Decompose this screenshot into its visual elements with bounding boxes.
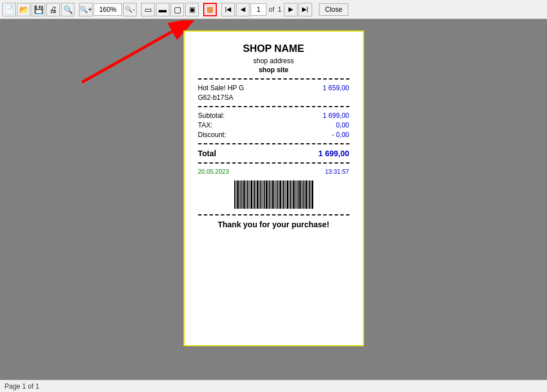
item-row-1: Hot Sale! HP G 1 659,00 bbox=[198, 84, 349, 92]
subtotal-value: 1 699,00 bbox=[323, 112, 349, 120]
svg-rect-21 bbox=[263, 180, 264, 209]
svg-rect-18 bbox=[259, 180, 260, 209]
prev-page-icon: ◀ bbox=[240, 6, 245, 13]
svg-rect-26 bbox=[271, 180, 272, 209]
shop-address: shop address bbox=[198, 57, 349, 65]
svg-rect-39 bbox=[290, 180, 291, 209]
receipt-page: SHOP NAME shop address shop site Hot Sal… bbox=[183, 30, 364, 346]
svg-rect-5 bbox=[239, 180, 240, 209]
shop-name: SHOP NAME bbox=[198, 43, 349, 55]
svg-rect-16 bbox=[256, 180, 256, 209]
svg-rect-49 bbox=[305, 180, 307, 209]
zoom-in-button[interactable]: 🔍+ bbox=[79, 3, 93, 16]
zoom-out-button[interactable]: 🔍- bbox=[123, 3, 137, 16]
item-1-label: Hot Sale! HP G bbox=[198, 84, 244, 92]
total-row: Total 1 699,00 bbox=[198, 149, 349, 158]
page-info-label: Page 1 of 1 bbox=[5, 382, 39, 390]
open-button[interactable]: 📂 bbox=[17, 3, 30, 16]
svg-rect-50 bbox=[308, 180, 308, 209]
svg-rect-22 bbox=[264, 180, 265, 209]
barcode-image bbox=[234, 180, 313, 209]
divider-3 bbox=[198, 143, 349, 144]
svg-rect-27 bbox=[272, 180, 274, 209]
svg-rect-28 bbox=[274, 180, 275, 209]
svg-line-1 bbox=[82, 32, 172, 82]
divider-5 bbox=[198, 214, 349, 215]
item-1-subname: G62-b17SA bbox=[198, 94, 349, 102]
receipt-time: 13:31:57 bbox=[325, 168, 349, 175]
svg-rect-34 bbox=[283, 180, 284, 209]
svg-rect-2 bbox=[234, 180, 235, 209]
subtotal-row: Subtotal: 1 699,00 bbox=[198, 112, 349, 120]
discount-label: Discount: bbox=[198, 131, 226, 139]
highlight-button[interactable]: ▦ bbox=[203, 3, 217, 16]
svg-rect-44 bbox=[297, 180, 299, 209]
svg-rect-8 bbox=[243, 180, 245, 209]
tax-row: TAX: 0,00 bbox=[198, 121, 349, 129]
zoom-group: 🔍+ 160% 🔍- bbox=[79, 3, 137, 16]
close-button[interactable]: Close bbox=[319, 3, 349, 16]
fit-width-icon: ▬ bbox=[159, 5, 167, 14]
svg-rect-23 bbox=[266, 180, 268, 209]
svg-rect-19 bbox=[260, 180, 261, 209]
page-of-label: of bbox=[268, 6, 275, 14]
fit-page-button[interactable]: ▭ bbox=[141, 3, 155, 16]
find-icon: 🔍 bbox=[63, 5, 73, 14]
save-icon: 💾 bbox=[34, 5, 43, 14]
svg-rect-48 bbox=[304, 180, 305, 209]
svg-rect-13 bbox=[251, 180, 252, 209]
save-button[interactable]: 💾 bbox=[32, 3, 45, 16]
barcode-area bbox=[198, 180, 349, 209]
first-page-icon: |◀ bbox=[225, 6, 231, 13]
thank-you-text: Thank you for your purchase! bbox=[198, 220, 349, 229]
svg-rect-10 bbox=[247, 180, 248, 209]
single-page-icon: ▢ bbox=[174, 5, 181, 14]
svg-rect-35 bbox=[285, 180, 285, 209]
receipt-wrapper: SHOP NAME shop address shop site Hot Sal… bbox=[183, 30, 364, 346]
two-page-icon: ▣ bbox=[189, 6, 195, 14]
first-page-button[interactable]: |◀ bbox=[221, 3, 235, 16]
svg-rect-15 bbox=[254, 180, 255, 209]
svg-rect-29 bbox=[275, 180, 276, 209]
svg-rect-32 bbox=[279, 180, 281, 209]
last-page-icon: ▶| bbox=[302, 6, 308, 13]
prev-page-button[interactable]: ◀ bbox=[236, 3, 250, 16]
svg-rect-45 bbox=[299, 180, 301, 209]
svg-rect-11 bbox=[248, 180, 249, 209]
date-time-row: 20.05.2023 13:31:57 bbox=[198, 168, 349, 175]
print-button[interactable]: 🖨 bbox=[46, 3, 60, 16]
annotation-arrow bbox=[65, 20, 195, 94]
subtotal-label: Subtotal: bbox=[198, 112, 225, 120]
toolbar: 📄 📂 💾 🖨 🔍 🔍+ 160% 🔍- ▭ ▬ ▢ ▣ bbox=[0, 0, 547, 19]
shop-site: shop site bbox=[198, 66, 349, 74]
total-label: Total bbox=[198, 149, 216, 158]
page-number-input[interactable]: 1 bbox=[251, 3, 266, 16]
svg-rect-7 bbox=[242, 180, 243, 209]
fit-width-button[interactable]: ▬ bbox=[156, 3, 169, 16]
svg-rect-14 bbox=[253, 180, 253, 209]
divider-4 bbox=[198, 162, 349, 164]
svg-rect-20 bbox=[262, 180, 262, 209]
svg-rect-47 bbox=[303, 180, 304, 209]
svg-rect-9 bbox=[246, 180, 246, 209]
find-button[interactable]: 🔍 bbox=[61, 3, 75, 16]
svg-rect-52 bbox=[310, 180, 311, 209]
next-page-button[interactable]: ▶ bbox=[284, 3, 297, 16]
svg-rect-41 bbox=[293, 180, 295, 209]
zoom-out-icon: 🔍- bbox=[125, 6, 135, 13]
two-page-button[interactable]: ▣ bbox=[185, 3, 199, 16]
new-button[interactable]: 📄 bbox=[2, 3, 16, 16]
single-page-button[interactable]: ▢ bbox=[170, 3, 184, 16]
next-page-icon: ▶ bbox=[288, 6, 293, 13]
zoom-input[interactable]: 160% bbox=[94, 3, 122, 16]
svg-rect-36 bbox=[286, 180, 286, 209]
svg-rect-46 bbox=[301, 180, 302, 209]
svg-rect-30 bbox=[277, 180, 278, 209]
svg-rect-38 bbox=[289, 180, 290, 209]
item-1-value: 1 659,00 bbox=[323, 84, 349, 92]
open-icon: 📂 bbox=[19, 5, 29, 14]
svg-rect-53 bbox=[312, 180, 313, 209]
svg-rect-31 bbox=[278, 180, 279, 209]
divider-1 bbox=[198, 78, 349, 80]
last-page-button[interactable]: ▶| bbox=[299, 3, 312, 16]
